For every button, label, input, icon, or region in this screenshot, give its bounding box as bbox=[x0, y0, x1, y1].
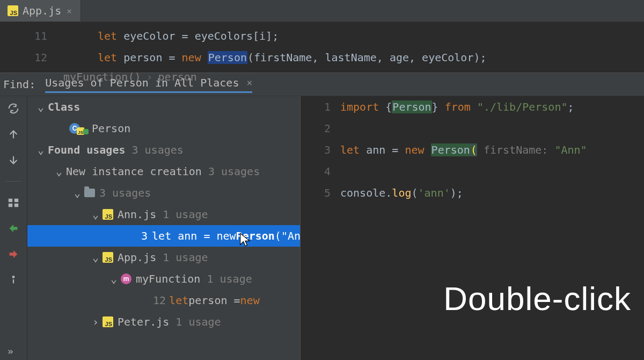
folder-icon bbox=[84, 189, 95, 197]
usage-preview-editor[interactable]: 1 import {Person} from "./lib/Person"; 2… bbox=[300, 96, 644, 360]
chevron-down-icon[interactable]: ⌄ bbox=[109, 272, 119, 285]
find-label: Find: bbox=[3, 78, 35, 91]
chevron-down-icon[interactable]: ⌄ bbox=[36, 100, 46, 113]
layout-icon[interactable] bbox=[6, 196, 20, 210]
find-toolbar: » bbox=[0, 96, 27, 360]
svg-point-4 bbox=[13, 276, 14, 278]
js-file-icon: JS bbox=[103, 209, 113, 220]
file-tab-app-js[interactable]: JS App.js × bbox=[0, 0, 81, 21]
preview-line-5[interactable]: console.log('ann'); bbox=[340, 182, 463, 204]
chevron-down-icon[interactable]: ⌄ bbox=[72, 186, 82, 199]
find-panel-header: Find: Usages of Person in All Places × bbox=[0, 73, 644, 96]
svg-rect-2 bbox=[9, 204, 12, 207]
find-tab[interactable]: Usages of Person in All Places × bbox=[45, 76, 252, 93]
arrow-up-icon[interactable] bbox=[6, 127, 20, 141]
arrow-down-icon[interactable] bbox=[6, 153, 20, 167]
editor-upper[interactable]: 11 let eyeColor = eyeColors[i]; 12 let p… bbox=[0, 22, 644, 73]
preview-line-3[interactable]: let ann = new Person( firstName: "Ann" bbox=[340, 139, 587, 161]
chevron-down-icon[interactable]: ⌄ bbox=[54, 165, 64, 178]
tree-node-class-person[interactable]: C JS Person bbox=[27, 118, 300, 139]
find-tab-title: Usages of Person in All Places bbox=[45, 76, 239, 89]
line-number: 4 bbox=[301, 161, 340, 182]
usages-tree[interactable]: ⌄ Class C JS Person ⌄ Found usages 3 usa… bbox=[27, 96, 300, 360]
method-icon: m bbox=[121, 273, 131, 284]
file-tab-label: App.js bbox=[23, 4, 61, 17]
chevron-down-icon[interactable]: ⌄ bbox=[36, 143, 46, 156]
line-number: 3 bbox=[301, 139, 340, 161]
editor-tab-bar: JS App.js × bbox=[0, 0, 644, 22]
diff-red-icon[interactable] bbox=[6, 247, 20, 261]
line-number: 12 bbox=[0, 47, 61, 68]
green-dot-icon bbox=[83, 129, 89, 134]
diff-green-icon[interactable] bbox=[6, 221, 20, 235]
close-find-tab-icon[interactable]: × bbox=[246, 77, 252, 88]
info-icon[interactable] bbox=[6, 273, 20, 287]
line-number: 1 bbox=[301, 96, 340, 118]
tree-node-found-usages[interactable]: ⌄ Found usages 3 usages bbox=[27, 139, 300, 161]
tree-node-folder[interactable]: ⌄ 3 usages bbox=[27, 182, 300, 204]
chevron-right-icon[interactable]: › bbox=[91, 315, 100, 328]
more-icon[interactable]: » bbox=[8, 345, 14, 357]
js-file-icon: JS bbox=[103, 316, 113, 327]
tree-node-file-peter[interactable]: › JS Peter.js 1 usage bbox=[27, 311, 300, 333]
tree-node-class-header[interactable]: ⌄ Class bbox=[27, 96, 300, 118]
chevron-down-icon[interactable]: ⌄ bbox=[91, 208, 100, 221]
line-number: 5 bbox=[301, 182, 340, 204]
tree-node-new-instance[interactable]: ⌄ New instance creation 3 usages bbox=[27, 161, 300, 182]
line-number: 2 bbox=[301, 118, 340, 139]
tree-node-usage-ann-selected[interactable]: 3 let ann = new Person("Ann","Jones",40,… bbox=[27, 225, 300, 247]
close-tab-icon[interactable]: × bbox=[65, 6, 73, 16]
js-file-icon: JS bbox=[103, 252, 113, 263]
tree-node-file-app[interactable]: ⌄ JS App.js 1 usage bbox=[27, 247, 300, 268]
js-file-icon: JS bbox=[8, 5, 18, 16]
annotation-overlay: Double-click bbox=[443, 279, 631, 318]
preview-line-1[interactable]: import {Person} from "./lib/Person"; bbox=[340, 96, 574, 118]
tree-node-usage-app[interactable]: 12 let person = new bbox=[27, 290, 300, 311]
chevron-down-icon[interactable]: ⌄ bbox=[91, 251, 100, 264]
svg-rect-3 bbox=[14, 204, 18, 207]
tree-node-fn-myfunction[interactable]: ⌄ m myFunction 1 usage bbox=[27, 268, 300, 290]
svg-rect-1 bbox=[14, 199, 18, 202]
code-line-12[interactable]: let person = new Person(firstName, lastN… bbox=[61, 47, 487, 68]
code-line-11[interactable]: let eyeColor = eyeColors[i]; bbox=[61, 25, 279, 47]
tree-node-file-ann[interactable]: ⌄ JS Ann.js 1 usage bbox=[27, 204, 300, 225]
line-number: 11 bbox=[0, 25, 61, 47]
svg-rect-0 bbox=[9, 199, 12, 202]
refresh-icon[interactable] bbox=[6, 102, 20, 116]
